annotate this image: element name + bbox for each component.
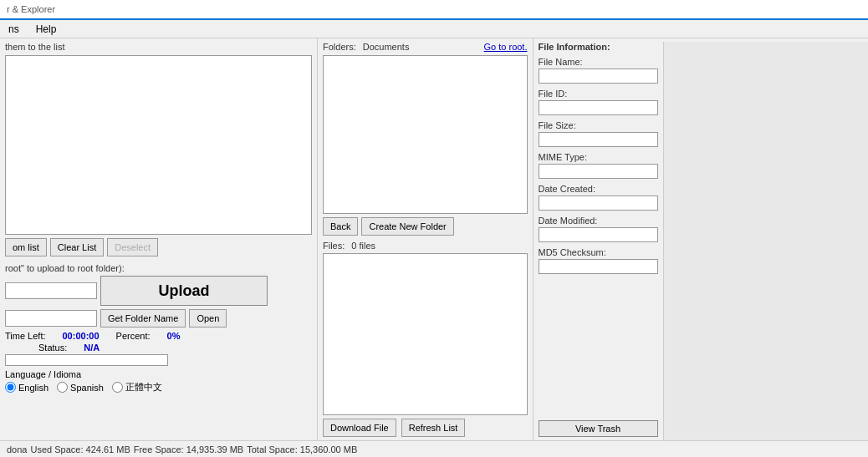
language-section: Language / Idioma English Spanish 正體中文 <box>5 369 312 394</box>
status-value: N/A <box>84 343 100 353</box>
mime-type-label: MIME Type: <box>539 152 658 162</box>
deselect-button[interactable]: Deselect <box>107 238 158 256</box>
file-name-row: File Name: <box>539 57 658 84</box>
clear-list-button[interactable]: Clear List <box>50 238 104 256</box>
time-left-value: 00:00:00 <box>63 331 100 341</box>
percent-value: 0% <box>167 331 181 341</box>
md5-row: MD5 Checksum: <box>539 247 658 274</box>
radio-chinese[interactable]: 正體中文 <box>112 381 162 394</box>
folder-row: Get Folder Name Open <box>5 309 312 328</box>
date-modified-label: Date Modified: <box>539 216 658 226</box>
folder-tree <box>323 55 528 214</box>
md5-input[interactable] <box>539 259 658 274</box>
radio-spanish-label: Spanish <box>70 383 104 393</box>
status-used-space: Used Space: 424.61 MB <box>30 444 130 454</box>
folder-name-input[interactable] <box>5 310 97 327</box>
date-created-input[interactable] <box>539 195 658 211</box>
left-panel: them to the list om list Clear List Dese… <box>0 38 318 440</box>
menu-bar: ns Help <box>0 20 868 38</box>
radio-english-input[interactable] <box>5 382 16 393</box>
radio-english[interactable]: English <box>5 382 49 393</box>
file-id-input[interactable] <box>539 100 658 115</box>
upload-row: Upload <box>5 276 312 306</box>
radio-spanish-input[interactable] <box>57 382 68 393</box>
folders-label: Folders: <box>323 42 356 52</box>
files-count: 0 files <box>351 241 375 251</box>
percent-label: Percent: <box>116 331 151 341</box>
date-modified-input[interactable] <box>539 227 658 242</box>
radio-spanish[interactable]: Spanish <box>57 382 104 393</box>
middle-bottom-buttons: Download File Refresh List <box>323 419 528 437</box>
radio-group: English Spanish 正體中文 <box>5 381 312 394</box>
status-bar: dona Used Space: 424.61 MB Free Space: 1… <box>0 440 868 457</box>
open-button[interactable]: Open <box>189 309 227 328</box>
create-folder-button[interactable]: Create New Folder <box>361 217 453 236</box>
folder-nav-buttons: Back Create New Folder <box>323 217 528 236</box>
status-total-space: Total Space: 15,360.00 MB <box>247 444 357 454</box>
upload-label: root" to upload to root folder): <box>5 263 312 273</box>
file-size-label: File Size: <box>539 120 658 130</box>
current-path: Documents <box>363 42 410 52</box>
status-drive: dona <box>7 444 27 454</box>
list-buttons: om list Clear List Deselect <box>5 238 312 256</box>
status-free-space: Free Space: 14,935.39 MB <box>134 444 243 454</box>
upload-section: root" to upload to root folder): Upload … <box>5 263 312 394</box>
status-row: Status: N/A <box>5 343 312 353</box>
folder-header: Folders: Documents Go to root. <box>323 42 528 52</box>
menu-item-ns[interactable]: ns <box>3 22 24 37</box>
radio-chinese-input[interactable] <box>112 382 123 393</box>
radio-chinese-label: 正體中文 <box>125 381 162 394</box>
date-created-row: Date Created: <box>539 184 658 211</box>
files-header: Files: 0 files <box>323 241 528 251</box>
add-to-list-label: them to the list <box>5 42 312 52</box>
files-list <box>323 253 528 415</box>
file-info-title: File Information: <box>539 42 658 52</box>
view-trash-button[interactable]: View Trash <box>539 420 658 437</box>
date-created-label: Date Created: <box>539 184 658 194</box>
file-size-row: File Size: <box>539 120 658 147</box>
right-scrollbar[interactable] <box>663 42 869 440</box>
radio-english-label: English <box>18 383 49 393</box>
upload-button[interactable]: Upload <box>100 276 268 306</box>
title-text: r & Explorer <box>7 4 55 14</box>
file-id-row: File ID: <box>539 89 658 115</box>
from-list-button[interactable]: om list <box>5 238 47 256</box>
progress-row: Time Left: 00:00:00 Percent: 0% <box>5 331 312 341</box>
file-size-input[interactable] <box>539 132 658 147</box>
md5-label: MD5 Checksum: <box>539 247 658 257</box>
mime-type-input[interactable] <box>539 164 658 179</box>
title-bar: r & Explorer <box>0 0 868 20</box>
file-name-input[interactable] <box>539 69 658 84</box>
language-label: Language / Idioma <box>5 369 312 379</box>
refresh-list-button[interactable]: Refresh List <box>401 419 466 437</box>
folder-header-left: Folders: Documents <box>323 42 409 52</box>
back-button[interactable]: Back <box>323 217 358 236</box>
main-content: them to the list om list Clear List Dese… <box>0 38 868 440</box>
status-label: Status: <box>38 343 67 353</box>
file-list-box <box>5 55 312 235</box>
download-file-button[interactable]: Download File <box>323 419 396 437</box>
progress-section: Time Left: 00:00:00 Percent: 0% Status: … <box>5 331 312 366</box>
middle-panel: Folders: Documents Go to root. Back Crea… <box>318 38 534 440</box>
date-modified-row: Date Modified: <box>539 216 658 242</box>
file-id-label: File ID: <box>539 89 658 99</box>
get-folder-name-button[interactable]: Get Folder Name <box>100 309 186 328</box>
right-panel: File Information: File Name: File ID: Fi… <box>534 38 663 440</box>
go-to-root-link[interactable]: Go to root. <box>484 42 528 52</box>
upload-path-input[interactable] <box>5 282 97 299</box>
mime-type-row: MIME Type: <box>539 152 658 179</box>
file-name-label: File Name: <box>539 57 658 67</box>
menu-item-help[interactable]: Help <box>31 22 62 37</box>
progress-bar <box>5 354 168 366</box>
time-left-label: Time Left: <box>5 331 46 341</box>
files-label: Files: <box>323 241 345 251</box>
